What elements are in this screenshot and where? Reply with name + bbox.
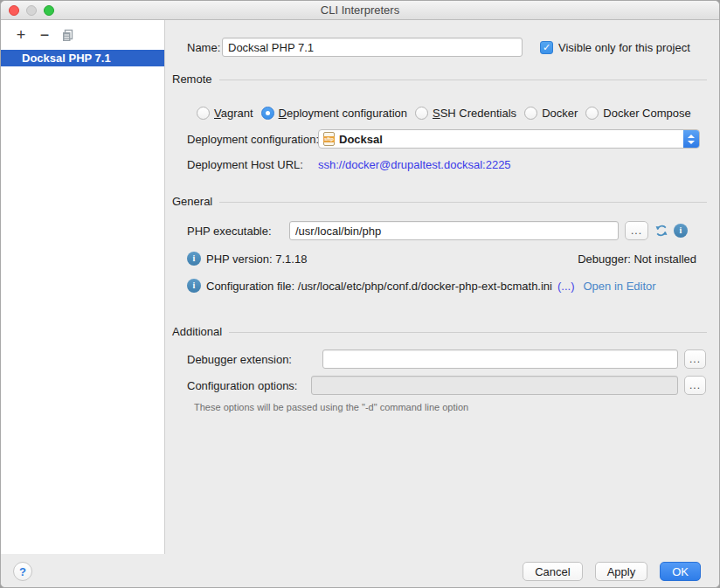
php-version-info-icon: i <box>187 252 201 266</box>
name-input[interactable] <box>222 38 523 57</box>
interpreters-sidebar: + − Docksal PHP 7.1 <box>1 20 165 554</box>
dialog-footer: ? Cancel Apply OK <box>1 554 719 588</box>
radio-circle <box>415 107 428 120</box>
configuration-options-browse-button[interactable]: ... <box>684 376 706 395</box>
reload-phpinfo-icon[interactable] <box>654 224 668 238</box>
remove-interpreter-button[interactable]: − <box>38 29 52 41</box>
configuration-options-label: Configuration options: <box>187 379 297 392</box>
settings-panel: Name: ✓ Visible only for this project Re… <box>165 20 719 554</box>
general-section-header: General <box>172 195 212 208</box>
radio-circle-selected <box>261 107 274 120</box>
sidebar-toolbar: + − <box>1 20 164 50</box>
sftp-server-icon: sftp <box>323 132 335 146</box>
remote-section-header: Remote <box>172 73 212 86</box>
close-button[interactable] <box>9 5 19 16</box>
deployment-configuration-label: Deployment configuration: <box>187 133 319 146</box>
radio-ssh-credentials[interactable]: SSH Credentials <box>415 107 516 120</box>
debugger-extension-browse-button[interactable]: ... <box>684 349 706 369</box>
add-interpreter-button[interactable]: + <box>14 29 28 41</box>
traffic-lights <box>9 5 54 16</box>
php-executable-info-icon[interactable]: i <box>674 224 688 238</box>
deployment-host-url-label: Deployment Host URL: <box>187 158 303 171</box>
help-button[interactable]: ? <box>13 562 32 581</box>
radio-vagrant[interactable]: Vagrant <box>197 107 253 120</box>
section-divider <box>229 332 707 333</box>
visible-project-label: Visible only for this project <box>558 41 690 54</box>
php-executable-browse-button[interactable]: ... <box>625 221 648 240</box>
title-bar: CLI Interpreters <box>1 1 719 20</box>
debugger-extension-label: Debugger extension: <box>187 353 292 366</box>
ok-button[interactable]: OK <box>660 562 701 581</box>
radio-circle <box>585 107 599 120</box>
section-divider <box>219 80 707 80</box>
deployment-host-url-link[interactable]: ssh://docker@drupaltest.docksal:2225 <box>318 158 511 171</box>
config-file-ellipsis-link[interactable]: (...) <box>557 280 575 293</box>
window-title: CLI Interpreters <box>321 3 399 17</box>
section-divider <box>219 202 707 203</box>
name-label: Name: <box>187 41 220 54</box>
debugger-status-text: Debugger: Not installed <box>578 252 696 266</box>
minimize-button <box>26 5 37 16</box>
radio-circle <box>524 107 537 120</box>
radio-circle <box>197 107 210 120</box>
options-hint-text: These options will be passed using the "… <box>194 402 468 412</box>
config-file-text: Configuration file: /usr/local/etc/php/c… <box>206 280 552 293</box>
config-file-info-icon: i <box>187 279 201 293</box>
interpreter-list-item[interactable]: Docksal PHP 7.1 <box>1 50 164 66</box>
deployment-configuration-value: Docksal <box>339 133 383 146</box>
php-version-text: PHP version: 7.1.18 <box>206 252 307 266</box>
apply-button[interactable]: Apply <box>595 562 648 581</box>
radio-docker-compose[interactable]: Docker Compose <box>585 107 690 120</box>
debugger-extension-input[interactable] <box>322 349 678 369</box>
configuration-options-input[interactable] <box>311 376 678 395</box>
zoom-button[interactable] <box>44 5 54 16</box>
deployment-configuration-select[interactable]: sftp Docksal <box>318 129 700 149</box>
radio-docker[interactable]: Docker <box>524 107 578 120</box>
cancel-button[interactable]: Cancel <box>523 562 582 581</box>
visible-project-checkbox[interactable]: ✓ <box>540 41 553 54</box>
cli-interpreters-dialog: CLI Interpreters + − Docksal PHP 7.1 <box>0 0 720 588</box>
radio-deployment-configuration[interactable]: Deployment configuration <box>261 107 407 120</box>
combo-stepper[interactable] <box>683 130 699 148</box>
copy-interpreter-icon[interactable] <box>61 29 75 42</box>
additional-section-header: Additional <box>172 325 222 338</box>
php-executable-label: PHP executable: <box>187 225 272 238</box>
php-executable-input[interactable] <box>289 221 619 240</box>
open-in-editor-link[interactable]: Open in Editor <box>583 280 655 293</box>
